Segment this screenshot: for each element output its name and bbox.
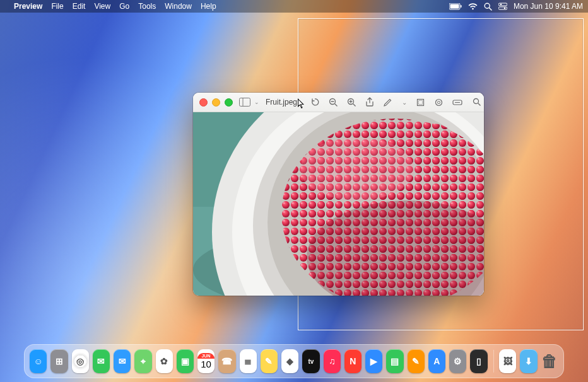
menubar: Preview File Edit View Go Tools Window H…: [0, 0, 588, 13]
dock-downloads[interactable]: ⬇: [520, 349, 537, 373]
dock-keynote[interactable]: ▶: [365, 349, 382, 373]
dock-facetime[interactable]: ▣: [177, 349, 194, 373]
dock-preview-app[interactable]: 🖼: [499, 349, 516, 373]
dock-trash[interactable]: 🗑: [541, 349, 558, 373]
svg-point-7: [500, 4, 502, 6]
spotlight-icon[interactable]: [484, 3, 492, 11]
menu-help[interactable]: Help: [201, 2, 216, 11]
dock-messages[interactable]: ✉: [93, 349, 110, 373]
svg-rect-2: [461, 5, 462, 8]
dock-safari[interactable]: ◎: [72, 349, 89, 373]
svg-point-47: [300, 137, 414, 200]
svg-point-21: [438, 101, 440, 103]
dock-photos[interactable]: ✿: [156, 349, 173, 373]
svg-line-17: [353, 103, 356, 106]
dock-mail[interactable]: ✉: [114, 349, 131, 373]
svg-point-20: [436, 99, 442, 105]
dock-finder[interactable]: ☺: [30, 349, 47, 373]
window-controls: [199, 98, 233, 107]
menu-tools[interactable]: Tools: [138, 2, 156, 11]
status-icons: Mon Jun 10 9:41 AM: [449, 2, 583, 11]
adjust-color-icon[interactable]: [434, 98, 444, 107]
desktop: Preview File Edit View Go Tools Window H…: [0, 0, 588, 382]
menu-file[interactable]: File: [51, 2, 63, 11]
dock-contacts[interactable]: ☎: [218, 349, 235, 373]
zoom-out-icon[interactable]: [329, 98, 338, 107]
dock-music[interactable]: ♫: [324, 349, 341, 373]
search-icon[interactable]: [473, 98, 481, 107]
svg-rect-1: [450, 4, 459, 8]
wifi-icon[interactable]: [468, 3, 478, 10]
zoom-in-icon[interactable]: [347, 98, 356, 107]
battery-icon[interactable]: [449, 3, 462, 10]
dock-settings[interactable]: ⚙: [449, 349, 466, 373]
dock-appstore[interactable]: A: [428, 349, 445, 373]
titlebar[interactable]: ⌄ Fruit.jpeg ⌄: [193, 93, 484, 112]
menu-window[interactable]: Window: [165, 2, 192, 11]
dock-iphone-mirror[interactable]: ▯: [470, 349, 487, 373]
svg-line-13: [335, 103, 338, 106]
dock-numbers[interactable]: ▤: [386, 349, 403, 373]
image-canvas[interactable]: [193, 112, 484, 296]
svg-point-24: [474, 99, 479, 104]
svg-rect-5: [498, 3, 507, 6]
share-icon[interactable]: [365, 97, 374, 107]
preview-toolbar: ⌄: [310, 97, 481, 107]
dock-calendar[interactable]: JUN10: [197, 349, 215, 373]
app-menu[interactable]: Preview: [14, 2, 42, 11]
window-title: Fruit.jpeg: [266, 98, 297, 107]
dock-reminders[interactable]: ≣: [240, 349, 257, 373]
svg-rect-9: [240, 98, 250, 107]
markup-icon[interactable]: [383, 97, 393, 107]
control-center-icon[interactable]: [498, 3, 507, 10]
close-button[interactable]: [199, 98, 208, 107]
crop-icon[interactable]: [416, 98, 425, 107]
rotate-left-icon[interactable]: [310, 97, 320, 107]
svg-point-8: [504, 8, 506, 9]
dock-freeform[interactable]: ◆: [281, 349, 298, 373]
minimize-button[interactable]: [212, 98, 220, 107]
preview-window[interactable]: ⌄ Fruit.jpeg ⌄: [193, 93, 484, 296]
svg-rect-19: [419, 100, 423, 104]
dock-maps[interactable]: ⌖: [134, 349, 151, 373]
pointer-cursor: [298, 98, 305, 110]
menu-edit[interactable]: Edit: [73, 2, 86, 11]
dock-notes[interactable]: ✎: [261, 349, 278, 373]
chevron-down-icon: ⌄: [254, 99, 259, 105]
clock[interactable]: Mon Jun 10 9:41 AM: [514, 2, 583, 11]
menu-go[interactable]: Go: [119, 2, 129, 11]
dock-news[interactable]: N: [344, 349, 362, 373]
highlight-icon[interactable]: [452, 98, 464, 106]
fullscreen-button[interactable]: [225, 98, 233, 107]
chevron-down-icon[interactable]: ⌄: [402, 99, 407, 106]
dock-tv[interactable]: tv: [302, 349, 319, 373]
dock: ☺⊞◎✉✉⌖✿▣JUN10☎≣✎◆tv♫N▶▤✎A⚙▯🖼⬇🗑: [24, 344, 564, 378]
svg-rect-6: [498, 7, 507, 9]
sidebar-toggle[interactable]: ⌄: [239, 98, 259, 107]
dock-separator: [493, 350, 494, 373]
menu-view[interactable]: View: [94, 2, 110, 11]
svg-line-4: [489, 8, 491, 10]
dock-launchpad[interactable]: ⊞: [50, 349, 68, 373]
svg-line-25: [478, 103, 481, 106]
dock-pages[interactable]: ✎: [408, 349, 425, 373]
